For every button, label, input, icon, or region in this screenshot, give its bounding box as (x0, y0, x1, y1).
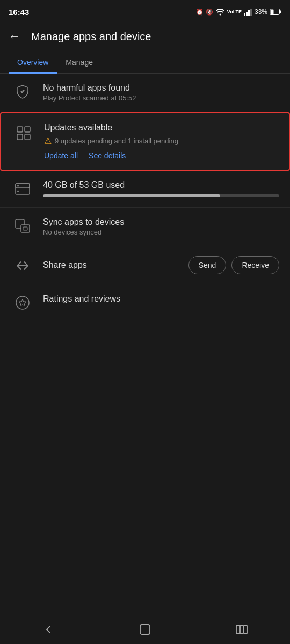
updates-row: Updates available ⚠ 9 updates pending an… (0, 112, 290, 171)
sync-apps-row: Sync apps to devices No devices synced (0, 208, 290, 246)
tab-overview[interactable]: Overview (9, 52, 57, 73)
play-protect-text: No harmful apps found Play Protect scann… (43, 83, 279, 102)
bottom-nav (0, 614, 290, 644)
share-icon (11, 259, 34, 272)
back-nav-button[interactable] (32, 619, 64, 640)
alarm-icon: ⏰ (196, 9, 204, 16)
tab-manage[interactable]: Manage (57, 52, 102, 73)
sync-apps-title: Sync apps to devices (43, 217, 279, 227)
storage-row: 40 GB of 53 GB used (0, 171, 290, 208)
recents-nav-button[interactable] (226, 619, 258, 640)
svg-rect-25 (244, 625, 247, 634)
status-bar: 16:43 ⏰ 🔇 VoLTE 33% (0, 0, 290, 21)
volte-icon: VoLTE (227, 9, 242, 14)
play-protect-subtitle: Play Protect scanned at 05:52 (43, 94, 279, 102)
svg-rect-12 (25, 134, 30, 140)
svg-marker-8 (21, 90, 24, 93)
updates-warning: ⚠ 9 updates pending and 1 install pendin… (44, 136, 278, 146)
share-buttons: Send Receive (189, 256, 279, 274)
svg-rect-4 (250, 9, 252, 16)
sync-icon (11, 218, 34, 233)
sync-apps-text: Sync apps to devices No devices synced (43, 217, 279, 236)
wifi-icon (215, 8, 225, 16)
ratings-reviews-text: Ratings and reviews (43, 294, 279, 305)
battery-icon (270, 9, 281, 15)
receive-button[interactable]: Receive (231, 256, 279, 274)
page-title: Manage apps and device (31, 31, 151, 43)
apps-grid-icon (12, 125, 35, 141)
storage-icon (11, 181, 34, 196)
battery-text: 33% (255, 8, 267, 16)
status-time: 16:43 (9, 8, 29, 17)
share-apps-label: Share apps (43, 260, 189, 270)
svg-point-16 (17, 191, 19, 192)
main-content: No harmful apps found Play Protect scann… (0, 74, 290, 320)
sync-apps-subtitle: No devices synced (43, 228, 279, 236)
svg-rect-2 (246, 12, 248, 16)
mute-icon: 🔇 (206, 9, 213, 16)
svg-rect-1 (244, 13, 245, 16)
svg-rect-11 (17, 134, 23, 140)
svg-rect-10 (25, 127, 30, 132)
update-all-button[interactable]: Update all (44, 151, 78, 160)
svg-rect-22 (140, 625, 150, 634)
page-header: ← Manage apps and device (0, 21, 290, 52)
see-details-button[interactable]: See details (89, 151, 126, 160)
shield-icon (11, 84, 34, 99)
storage-content: 40 GB of 53 GB used (43, 180, 279, 197)
storage-bar-fill (43, 194, 220, 197)
svg-rect-24 (240, 625, 243, 634)
storage-title: 40 GB of 53 GB used (43, 180, 279, 190)
svg-rect-3 (248, 10, 250, 16)
updates-title: Updates available (44, 123, 278, 133)
svg-marker-21 (19, 299, 26, 306)
svg-rect-7 (280, 11, 281, 13)
warning-icon: ⚠ (44, 136, 52, 146)
home-nav-button[interactable] (129, 619, 161, 640)
updates-content: Updates available ⚠ 9 updates pending an… (44, 123, 278, 160)
svg-point-0 (219, 14, 221, 16)
updates-warning-text: 9 updates pending and 1 install pending (55, 137, 178, 145)
svg-rect-6 (271, 10, 274, 14)
play-protect-row: No harmful apps found Play Protect scann… (0, 74, 290, 112)
svg-rect-23 (236, 625, 240, 634)
signal-icon (244, 8, 252, 16)
back-button[interactable]: ← (9, 30, 20, 43)
ratings-reviews-title: Ratings and reviews (43, 294, 279, 304)
svg-point-15 (17, 185, 19, 187)
status-icons: ⏰ 🔇 VoLTE 33% (196, 8, 281, 16)
updates-actions: Update all See details (44, 151, 278, 160)
storage-bar (43, 194, 279, 197)
star-icon (11, 295, 34, 310)
svg-rect-9 (17, 127, 23, 132)
svg-rect-18 (21, 225, 30, 232)
share-apps-row: Share apps Send Receive (0, 246, 290, 284)
ratings-reviews-row: Ratings and reviews (0, 284, 290, 320)
send-button[interactable]: Send (189, 256, 227, 274)
tab-bar: Overview Manage (0, 52, 290, 74)
play-protect-title: No harmful apps found (43, 83, 279, 93)
